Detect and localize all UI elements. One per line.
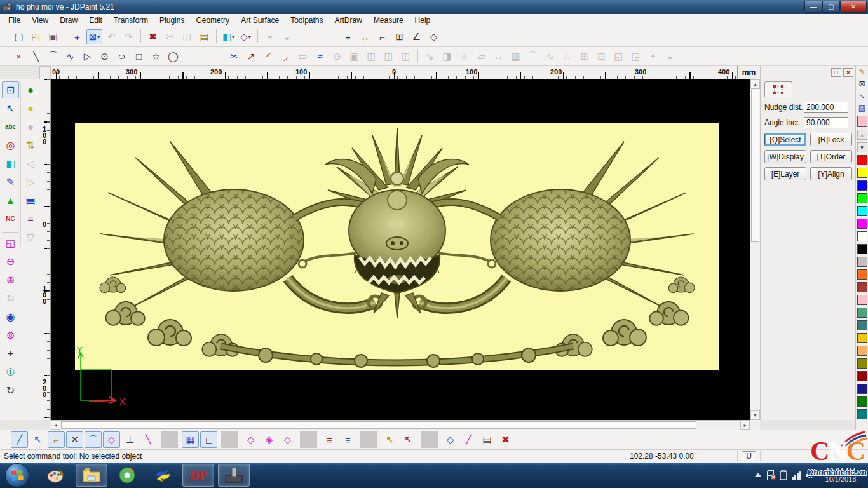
snap-axes[interactable]: ∟ [200,431,217,448]
menu-item[interactable]: Help [409,14,437,27]
rectangle-tool[interactable]: □ [131,49,147,64]
vertical-scrollbar[interactable]: ▴ ▾ [750,79,760,420]
scroll-up-button[interactable]: ▴ [750,79,760,89]
snap-tangent[interactable]: ╲ [140,431,157,448]
pan-tool[interactable]: + [2,345,19,362]
measure-rect-button[interactable]: ⊞ [391,29,407,44]
measure-angle-button[interactable]: ∠ [409,29,424,44]
open-button[interactable]: ◰ [28,29,44,44]
cursor-snap-off[interactable]: ↖ [400,431,417,448]
taskbar-explorer[interactable] [76,464,107,487]
measure-step-button[interactable]: ⌐ [374,29,390,44]
taskbar-coreldraw[interactable] [111,464,143,487]
tray-clock[interactable]: 10:24 AM 10/1/2018 [817,467,864,484]
sep5[interactable] [421,431,438,448]
line-tool[interactable]: ╲ [28,49,44,64]
polygon-tool[interactable]: ◯ [165,49,181,64]
color-swatch[interactable] [857,346,867,356]
zoom-out-tool[interactable]: ⊖ [2,253,19,270]
panel-button[interactable]: [T]Order [810,150,852,163]
delete-button[interactable]: ✖ [145,29,161,44]
color-swatch[interactable] [857,371,867,381]
panel-button[interactable]: [W]Display [764,150,806,163]
tray-icons[interactable] [752,469,813,482]
menu-item[interactable]: ArtDraw [329,14,368,27]
layer-current-button[interactable]: ● [22,100,39,117]
skew-tool[interactable]: ▱ [473,49,489,64]
color-swatch[interactable] [857,358,867,369]
pen-tool[interactable]: ✎ [2,173,19,191]
hscroll-thumb[interactable] [61,421,696,429]
copy-translate-tool[interactable]: ◫ [363,49,379,64]
ellipse-tool[interactable]: ○ [110,49,133,64]
color-swatch[interactable] [857,308,867,318]
array-tool[interactable]: ▦ [508,49,524,64]
fill-tool[interactable]: ◧ [2,155,19,172]
offset-tool[interactable]: ≈ [312,49,328,64]
cut-button[interactable]: ✂ [162,29,178,44]
measure-circle-button[interactable]: ◇ [426,29,442,44]
outline-tool[interactable]: ⊖ [329,49,345,64]
zoom-object-tool[interactable]: ⊚ [2,327,19,344]
save-button[interactable]: ▣ [45,29,61,44]
zoom-in-tool[interactable]: ⊕ [2,271,19,288]
snap-rotate[interactable]: ◇ [442,431,459,448]
color-swatch[interactable] [857,244,867,254]
menu-item[interactable]: Geometry [190,14,235,27]
close-button[interactable]: ✕ [840,1,867,13]
scale-node-tool[interactable]: ⊟ [593,49,609,64]
layer-swap-button[interactable]: ⇅ [22,137,39,154]
snap-intersection[interactable]: ✕ [66,431,83,448]
back-button[interactable]: ◁ [22,155,39,172]
copy-button[interactable]: ◫ [179,29,195,44]
extend-tool[interactable]: ↗ [243,49,259,64]
menu-item[interactable]: Draw [54,14,83,27]
snap-line[interactable]: ╱ [11,431,28,448]
concentric-tool[interactable]: ▣ [346,49,362,64]
vscroll-thumb[interactable] [751,90,759,242]
node-array-tool[interactable]: ∴ [559,49,575,64]
snap-perpendicular[interactable]: ⊥ [121,431,139,448]
redraw-tool[interactable]: ↻ [2,290,19,307]
show-hide-tool[interactable]: ◉ [2,308,19,325]
current-color-swatch[interactable] [857,116,867,127]
render-mode-button[interactable]: ◧ [220,29,236,44]
forward-button[interactable]: ▷ [22,173,39,191]
node-edit-tool[interactable]: ↖ [2,100,19,117]
sep3[interactable] [216,29,217,43]
origin-crosshair-button[interactable]: + [69,29,85,44]
select-mode-button[interactable]: ⊠ [86,29,102,44]
palette-up-button[interactable]: ▲ [857,130,867,140]
color-swatch[interactable] [857,257,867,267]
sep1[interactable] [65,29,65,43]
wireframe-mode-button[interactable]: ◇ [238,29,254,44]
sep4[interactable] [257,29,258,43]
snap-align-v[interactable]: ≡ [339,431,356,448]
color-swatch[interactable] [857,295,867,305]
zoom-1to1-tool[interactable]: ① [2,363,19,381]
measure-point-button[interactable]: + [340,29,356,44]
pencil-icon[interactable]: ✎ [857,66,868,78]
horizontal-scrollbar[interactable]: ◂ ▸ [51,420,750,430]
menu-item[interactable]: Measure [368,14,409,27]
palette-down-button[interactable]: ▼ [857,142,867,152]
snap-grid[interactable]: ▦ [182,431,199,448]
panel-close-button[interactable]: × [843,68,853,77]
snap-diamond-center[interactable]: ◇ [242,431,259,448]
layer-visible-button[interactable]: ● [22,81,39,98]
mirror-tool[interactable]: ◨ [439,49,455,64]
snap-corner[interactable]: ⌐ [48,431,65,448]
stretch-tool[interactable]: ↔ [491,49,506,64]
toolbar-grip[interactable] [6,30,8,43]
titlebar[interactable]: ho phu moi ve - JDPaint 5.21 — ▢ ✕ [0,0,868,14]
snapbar-grip[interactable] [6,433,8,446]
layer-pick-button[interactable]: ● [22,118,39,135]
cursor-snap-on[interactable]: ↖ [381,431,398,448]
relief-paint-tool[interactable]: ▲ [2,192,19,209]
no-color-icon[interactable]: ⊠ [857,78,868,90]
panel-grip[interactable] [764,72,822,74]
spline-tool[interactable]: ∿ [62,49,78,64]
color-swatch[interactable] [857,231,867,241]
copy-rotate-tool[interactable]: ◫ [381,49,397,64]
merge-button[interactable]: ▽ [22,229,39,246]
